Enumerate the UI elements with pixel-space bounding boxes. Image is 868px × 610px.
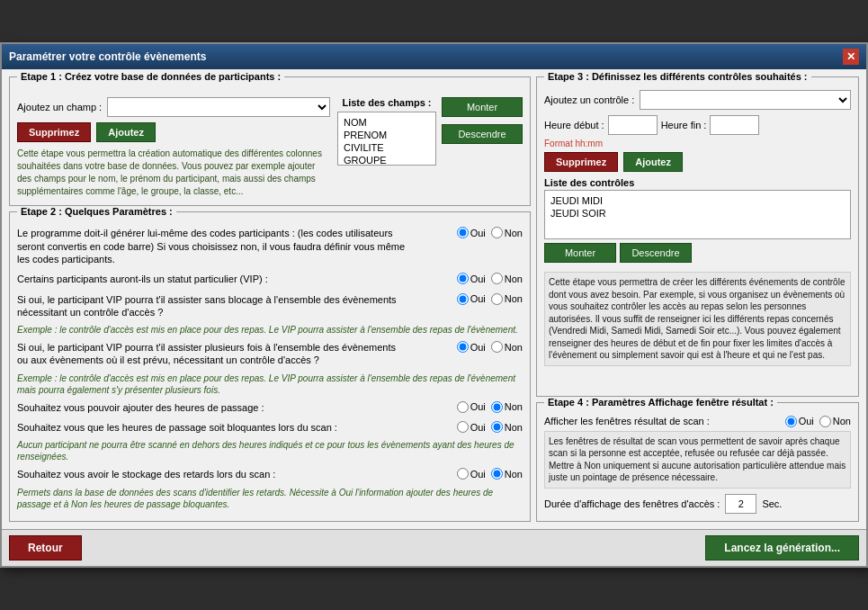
radio-non-retards[interactable]: Non — [491, 468, 523, 480]
radio-non-heures_bloquantes[interactable]: Non — [491, 421, 523, 433]
heure-fin-input[interactable] — [710, 115, 759, 135]
add-field-select[interactable] — [107, 97, 330, 117]
radio-oui-vip_access[interactable]: Oui — [457, 293, 486, 305]
move-down-ctrl-button[interactable]: Descendre — [620, 243, 692, 263]
bottom-bar: Retour Lancez la génération... — [2, 529, 866, 566]
radio-oui-vip_multi[interactable]: Oui — [457, 341, 486, 353]
move-down-field-button[interactable]: Descendre — [442, 124, 523, 144]
param-section-codes: Le programme doit-il générer lui-même de… — [17, 225, 523, 267]
content-area: Etape 1 : Créez votre base de données de… — [2, 69, 866, 528]
radio-group-vip_access: Oui Non — [415, 293, 523, 305]
delete-field-button[interactable]: Supprimez — [17, 122, 91, 142]
param-row-heures: Souhaitez vous pouvoir ajouter des heure… — [17, 399, 523, 416]
duree-input[interactable]: 2 — [725, 494, 756, 514]
controles-list-item[interactable]: JEUDI SOIR — [549, 207, 846, 220]
retour-button[interactable]: Retour — [9, 535, 82, 561]
add-ctrl-select[interactable] — [640, 90, 851, 110]
afficher-oui-radio[interactable] — [785, 416, 797, 427]
radio-non-input-codes[interactable] — [491, 227, 503, 238]
champs-list-item[interactable]: CIVILITE — [342, 141, 432, 154]
param-section-vip_multi: Si oui, le participant VIP pourra t'il a… — [17, 339, 523, 396]
radio-non-input-heures_bloquantes[interactable] — [491, 421, 503, 433]
afficher-non-radio[interactable] — [819, 416, 831, 427]
heure-debut-input[interactable] — [608, 115, 658, 135]
param-italic-heures_bloquantes: Aucun participant ne pourra être scanné … — [17, 439, 523, 462]
radio-oui-input-retards[interactable] — [457, 468, 469, 480]
radio-oui-retards[interactable]: Oui — [457, 468, 486, 480]
radio-oui-vip[interactable]: Oui — [457, 273, 486, 284]
param-row-vip_multi: Si oui, le participant VIP pourra t'il a… — [17, 339, 523, 369]
champs-list-item[interactable]: PRENOM — [342, 129, 432, 141]
etape4-section: Etape 4 : Paramètres Affichage fenêtre r… — [536, 402, 859, 522]
heure-fin-label: Heure fin : — [661, 120, 707, 130]
heure-debut-label: Heure début : — [544, 120, 604, 130]
radio-oui-codes[interactable]: Oui — [457, 227, 486, 238]
etape1-info: Cette étape vous permettra la création a… — [17, 148, 330, 198]
etape4-title: Etape 4 : Paramètres Affichage fenêtre r… — [544, 397, 777, 408]
radio-non-input-retards[interactable] — [491, 468, 503, 480]
lancer-button[interactable]: Lancez la génération... — [705, 535, 859, 561]
afficher-oui-label[interactable]: Oui — [785, 416, 814, 427]
radio-oui-heures_bloquantes[interactable]: Oui — [457, 421, 486, 433]
radio-oui-input-vip[interactable] — [457, 273, 469, 284]
champs-list-title: Liste des champs : — [342, 97, 431, 108]
radio-oui-heures[interactable]: Oui — [457, 401, 486, 413]
radio-group-vip_multi: Oui Non — [415, 341, 523, 353]
radio-non-codes[interactable]: Non — [491, 227, 523, 238]
etape1-section: Etape 1 : Créez votre base de données de… — [9, 76, 531, 206]
move-up-ctrl-button[interactable]: Monter — [544, 243, 616, 263]
afficher-non-label[interactable]: Non — [819, 416, 851, 427]
param-text-vip_multi: Si oui, le participant VIP pourra t'il a… — [17, 341, 415, 367]
param-section-vip: Certains participants auront-ils un stat… — [17, 271, 523, 287]
param-italic-retards: Permets dans la base de données des scan… — [17, 487, 523, 510]
param-text-heures_bloquantes: Souhaitez vous que les heures de passage… — [17, 421, 415, 434]
param-row-vip: Certains participants auront-ils un stat… — [17, 271, 523, 287]
param-row-codes: Le programme doit-il générer lui-même de… — [17, 225, 523, 267]
etape3-info: Cette étape vous permettra de créer les … — [544, 272, 851, 366]
duree-label: Durée d'affichage des fenêtres d'accès : — [544, 498, 720, 509]
controles-listbox[interactable]: JEUDI MIDIJEUDI SOIR — [544, 190, 851, 239]
afficher-label: Afficher les fenêtres résultat de scan : — [544, 416, 743, 426]
param-text-retards: Souhaitez vous avoir le stockage des ret… — [17, 468, 415, 480]
radio-oui-input-heures[interactable] — [457, 401, 469, 413]
add-ctrl-button[interactable]: Ajoutez — [623, 152, 683, 172]
champs-list-item[interactable]: GROUPE — [342, 154, 432, 166]
main-window: Paramétrer votre contrôle évènements ✕ E… — [0, 42, 868, 567]
close-button[interactable]: ✕ — [843, 49, 859, 65]
move-up-field-button[interactable]: Monter — [442, 97, 523, 117]
radio-non-input-vip[interactable] — [491, 273, 503, 284]
radio-group-heures: Oui Non — [415, 401, 523, 413]
main-grid: Etape 1 : Créez votre base de données de… — [9, 76, 859, 521]
radio-oui-input-heures_bloquantes[interactable] — [457, 421, 469, 433]
etape3-title: Etape 3 : Définissez les différents cont… — [544, 71, 811, 82]
radio-non-vip[interactable]: Non — [491, 273, 523, 284]
add-field-button[interactable]: Ajoutez — [96, 122, 156, 142]
radio-oui-input-vip_multi[interactable] — [457, 341, 469, 353]
radio-oui-input-codes[interactable] — [457, 227, 469, 238]
etape4-info: Les fenêtres de résultat de scan vous pe… — [544, 431, 851, 489]
format-label: Format hh:mm — [544, 139, 851, 148]
delete-ctrl-button[interactable]: Supprimez — [544, 152, 618, 172]
radio-non-heures[interactable]: Non — [491, 401, 523, 413]
etape1-title: Etape 1 : Créez votre base de données de… — [17, 71, 284, 82]
right-column: Etape 3 : Définissez les différents cont… — [536, 76, 859, 521]
param-text-vip_access: Si oui, le participant VIP pourra t'il a… — [17, 293, 415, 319]
sec-label: Sec. — [762, 498, 782, 509]
radio-non-vip_access[interactable]: Non — [491, 293, 523, 305]
radio-non-input-vip_multi[interactable] — [491, 341, 503, 353]
champs-list-item[interactable]: NOM — [342, 116, 432, 129]
params-container: Le programme doit-il générer lui-même de… — [17, 225, 523, 509]
title-bar: Paramétrer votre contrôle évènements ✕ — [2, 44, 866, 69]
radio-non-input-heures[interactable] — [491, 401, 503, 413]
param-section-heures: Souhaitez vous pouvoir ajouter des heure… — [17, 399, 523, 416]
champs-listbox[interactable]: NOMPRENOMCIVILITEGROUPE — [337, 112, 436, 166]
controles-list-item[interactable]: JEUDI MIDI — [549, 194, 846, 207]
radio-non-input-vip_access[interactable] — [491, 293, 503, 305]
radio-group-retards: Oui Non — [415, 468, 523, 480]
radio-oui-input-vip_access[interactable] — [457, 293, 469, 305]
param-row-heures_bloquantes: Souhaitez vous que les heures de passage… — [17, 419, 523, 435]
param-section-heures_bloquantes: Souhaitez vous que les heures de passage… — [17, 419, 523, 462]
radio-non-vip_multi[interactable]: Non — [491, 341, 523, 353]
radio-group-codes: Oui Non — [415, 227, 523, 238]
param-row-vip_access: Si oui, le participant VIP pourra t'il a… — [17, 292, 523, 321]
